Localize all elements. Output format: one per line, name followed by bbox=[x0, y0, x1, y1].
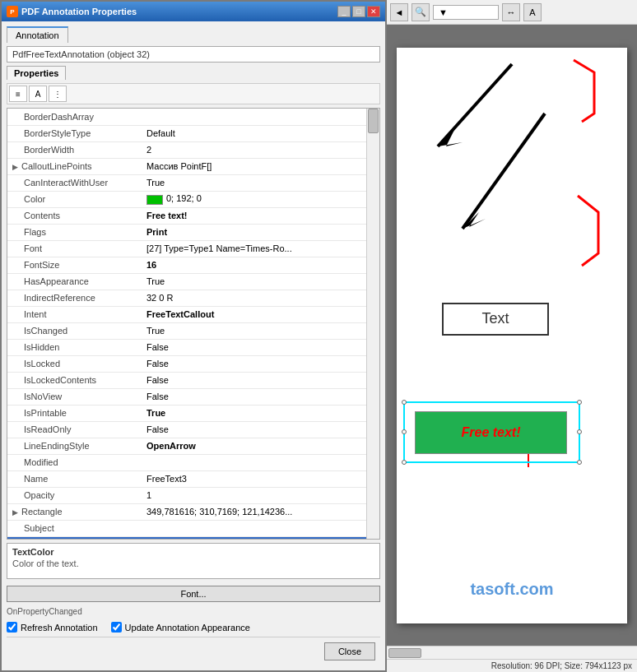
property-row[interactable]: IsChangedTrue bbox=[7, 322, 379, 339]
close-dialog-button[interactable]: Close bbox=[324, 642, 375, 660]
maximize-button[interactable]: □ bbox=[352, 6, 365, 17]
property-row[interactable]: Subject bbox=[7, 520, 379, 536]
property-row[interactable]: CanInteractWithUserTrue bbox=[7, 174, 379, 191]
property-row[interactable]: IsLockedFalse bbox=[7, 355, 379, 372]
property-row[interactable]: Modified bbox=[7, 454, 379, 470]
property-name: LineEndingStyle bbox=[7, 438, 143, 454]
window-close-button[interactable]: ✕ bbox=[367, 6, 380, 17]
property-value: False bbox=[143, 372, 379, 388]
property-row[interactable]: ▶Rectangle349,781616; 310,7169; 121,1423… bbox=[7, 503, 379, 520]
property-name: Contents bbox=[7, 207, 143, 224]
property-row[interactable]: IndirectReference32 0 R bbox=[7, 290, 379, 306]
update-appearance-checkbox[interactable] bbox=[111, 622, 122, 633]
property-row[interactable]: Font[27] Type=Type1 Name=Times-Ro... bbox=[7, 240, 379, 257]
watermark: tasoft.com bbox=[397, 580, 627, 599]
property-row[interactable]: BorderWidth2 bbox=[7, 141, 379, 158]
property-row[interactable]: IsLockedContentsFalse bbox=[7, 372, 379, 388]
search-icon[interactable]: 🔍 bbox=[411, 3, 430, 21]
zoom-dropdown[interactable]: ▼ bbox=[433, 5, 499, 20]
handle-tr[interactable] bbox=[577, 400, 582, 405]
property-row[interactable]: NameFreeText3 bbox=[7, 470, 379, 487]
property-row[interactable]: ▶CalloutLinePointsМассив PointF[] bbox=[7, 158, 379, 174]
property-value: 16 bbox=[143, 257, 379, 273]
viewer-toolbar: ◄ 🔍 ▼ ↔ A bbox=[387, 0, 637, 25]
handle-tl[interactable] bbox=[402, 400, 407, 405]
property-row[interactable]: IsNoViewFalse bbox=[7, 388, 379, 405]
list-view-icon[interactable]: ≡ bbox=[9, 86, 27, 102]
dialog-bottom-bar: Close bbox=[7, 637, 380, 665]
properties-toolbar: ≡ A ⋮ bbox=[7, 83, 380, 104]
title-bar-left: P PDF Annotation Properties bbox=[7, 6, 137, 17]
dropdown-arrow-icon: ▼ bbox=[439, 7, 448, 17]
annotation-tab[interactable]: Annotation bbox=[7, 26, 68, 43]
fit-width-icon[interactable]: ↔ bbox=[502, 3, 520, 21]
property-value: 2 bbox=[143, 141, 379, 158]
nav-back-button[interactable]: ◄ bbox=[390, 3, 408, 21]
options-icon[interactable]: ⋮ bbox=[49, 86, 67, 102]
annotation-properties-dialog: P PDF Annotation Properties _ □ ✕ Annota… bbox=[0, 0, 387, 672]
property-row[interactable]: Color0; 192; 0 bbox=[7, 191, 379, 207]
property-row[interactable]: HasAppearanceTrue bbox=[7, 273, 379, 290]
property-row[interactable]: IsReadOnlyFalse bbox=[7, 421, 379, 438]
properties-sub-tab[interactable]: Properties bbox=[7, 66, 66, 80]
property-value: 1 bbox=[143, 487, 379, 503]
scrollbar-thumb[interactable] bbox=[368, 109, 379, 133]
property-value: FreeTextCallout bbox=[143, 306, 379, 322]
on-property-changed-label: OnPropertyChanged bbox=[7, 605, 380, 618]
update-appearance-checkbox-row[interactable]: Update Annotation Appearance bbox=[111, 622, 250, 633]
svg-line-2 bbox=[463, 114, 545, 229]
pdf-viewer: ◄ 🔍 ▼ ↔ A bbox=[387, 0, 637, 672]
property-description-box: TextColor Color of the text. bbox=[7, 543, 380, 579]
property-value: Free text! bbox=[143, 207, 379, 224]
svg-marker-3 bbox=[463, 212, 486, 229]
property-row[interactable]: FlagsPrint bbox=[7, 224, 379, 240]
property-dropdown-icon[interactable]: ▼ bbox=[367, 539, 376, 540]
property-row[interactable]: FontSize16 bbox=[7, 257, 379, 273]
pdf-content-area: Text Free text! tasoft.com bbox=[387, 25, 637, 646]
property-row[interactable]: Opacity1 bbox=[7, 487, 379, 503]
handle-mr[interactable] bbox=[577, 429, 582, 434]
property-row[interactable]: IsHiddenFalse bbox=[7, 339, 379, 355]
property-row[interactable]: BorderStyleTypeDefault bbox=[7, 125, 379, 141]
property-name: Subject bbox=[7, 520, 143, 536]
property-value: Print bbox=[143, 224, 379, 240]
property-row[interactable]: BorderDashArray bbox=[7, 109, 379, 125]
pdf-drawings-svg bbox=[397, 48, 627, 623]
property-name: TextColor bbox=[7, 536, 143, 540]
title-bar: P PDF Annotation Properties _ □ ✕ bbox=[2, 2, 385, 21]
property-row[interactable]: IsPrintableTrue bbox=[7, 405, 379, 421]
property-name: ▶CalloutLinePoints bbox=[7, 158, 143, 174]
property-name: Intent bbox=[7, 306, 143, 322]
horizontal-scrollbar[interactable] bbox=[387, 646, 637, 659]
text-annotation-content: Text bbox=[481, 310, 509, 327]
property-row[interactable]: TextColor255; 0; 0 ▼ bbox=[7, 536, 379, 540]
status-bar-text: Resolution: 96 DPI; Size: 794x1123 px bbox=[491, 661, 632, 670]
property-value bbox=[143, 520, 379, 536]
properties-table-wrapper: BorderDashArrayBorderStyleTypeDefaultBor… bbox=[7, 108, 380, 540]
property-row[interactable]: LineEndingStyleOpenArrow bbox=[7, 438, 379, 454]
title-bar-buttons: _ □ ✕ bbox=[337, 6, 380, 17]
property-name: IsNoView bbox=[7, 388, 143, 405]
detail-view-icon[interactable]: A bbox=[29, 86, 47, 102]
dialog-title: PDF Annotation Properties bbox=[21, 7, 137, 16]
property-name: IndirectReference bbox=[7, 290, 143, 306]
property-name: BorderDashArray bbox=[7, 109, 143, 125]
property-name: IsReadOnly bbox=[7, 421, 143, 438]
property-row[interactable]: IntentFreeTextCallout bbox=[7, 306, 379, 322]
text-tool-icon[interactable]: A bbox=[523, 3, 542, 21]
h-scrollbar-thumb[interactable] bbox=[388, 648, 421, 658]
property-value: True bbox=[143, 322, 379, 339]
handle-br[interactable] bbox=[577, 460, 582, 465]
handle-bl[interactable] bbox=[402, 460, 407, 465]
minimize-button[interactable]: _ bbox=[337, 6, 351, 17]
property-row[interactable]: ContentsFree text! bbox=[7, 207, 379, 224]
vertical-scrollbar[interactable] bbox=[366, 109, 379, 539]
property-value: False bbox=[143, 355, 379, 372]
property-value: False bbox=[143, 339, 379, 355]
refresh-annotation-checkbox-row[interactable]: Refresh Annotation bbox=[7, 622, 98, 633]
handle-ml[interactable] bbox=[402, 429, 407, 434]
refresh-annotation-checkbox[interactable] bbox=[7, 622, 17, 633]
font-button[interactable]: Font... bbox=[7, 586, 380, 602]
app-icon: P bbox=[7, 6, 18, 17]
free-text-inner-box: Free text! bbox=[415, 411, 567, 454]
